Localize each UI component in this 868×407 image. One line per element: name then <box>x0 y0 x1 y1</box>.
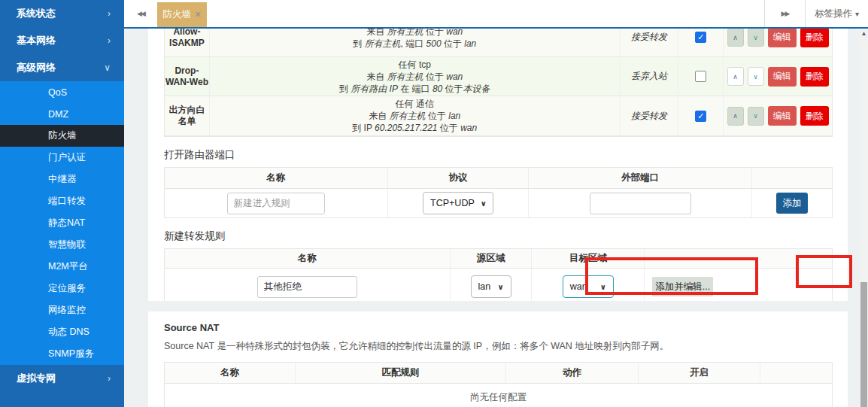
rule-row-outbound-whitelist: 出方向白名单 任何 通信 来自 所有主机 位于 lan 到 IP 60.205.… <box>165 96 832 136</box>
sidebar-item-location-service[interactable]: 定位服务 <box>0 278 124 299</box>
move-down-button[interactable]: ∨ <box>748 107 764 126</box>
source-nat-description: Source NAT 是一种特殊形式的封包伪装，它允许精细的控制传出流量的源 I… <box>164 340 832 353</box>
delete-button[interactable]: 删除 <box>800 67 829 87</box>
rule-enabled-checkbox[interactable]: ✓ <box>695 111 706 122</box>
select-caret-icon: ∨ <box>497 283 503 291</box>
select-caret-icon: ∨ <box>600 283 606 291</box>
rule-enable-cell: ✓ <box>678 96 724 135</box>
chevron-right-icon: › <box>108 373 111 384</box>
select-caret-icon: ∨ <box>481 199 487 208</box>
new-rule-name-input[interactable] <box>227 193 325 214</box>
column-header-extra <box>760 363 832 383</box>
sidebar-item-smart-iot[interactable]: 智慧物联 <box>0 234 124 256</box>
sidebar-item-label: 端口转发 <box>48 195 86 208</box>
add-edit-cell: 添加并编辑... <box>645 269 832 301</box>
move-up-button[interactable]: ∧ <box>727 67 744 86</box>
empty-state-text: 尚无任何配置 <box>165 384 832 407</box>
add-and-edit-button[interactable]: 添加并编辑... <box>652 277 713 296</box>
sidebar-item-dynamic-dns[interactable]: 动态 DNS <box>0 321 124 343</box>
sidebar-item-label: 动态 DNS <box>48 326 90 339</box>
sidebar-item-label: 系统状态 <box>17 7 56 20</box>
rule-enable-cell: ✓ <box>678 29 724 56</box>
protocol-select[interactable]: TCP+UDP ∨ <box>423 192 493 214</box>
tab-actions-label: 标签操作 <box>815 8 852 20</box>
sidebar-item-qos[interactable]: QoS <box>0 81 124 103</box>
move-down-button[interactable]: ∨ <box>748 29 764 47</box>
move-up-button[interactable]: ∧ <box>727 29 744 47</box>
sidebar-item-snmp-service[interactable]: SNMP服务 <box>0 343 124 365</box>
source-nat-header-row: 名称 匹配规则 动作 开启 <box>165 363 832 384</box>
scrollbar-up-arrow-icon[interactable]: ▲ <box>860 30 868 37</box>
sidebar-item-basic-network[interactable]: 基本网络 › <box>0 27 124 54</box>
column-header-enabled: 开启 <box>639 363 760 383</box>
edit-button[interactable]: 编辑 <box>768 106 797 126</box>
open-port-table: 名称 协议 外部端口 TCP+UDP ∨ <box>164 167 833 218</box>
forward-rule-name-input[interactable] <box>257 276 357 298</box>
traffic-rules-table: Allow-ISAKMP 来自 所有主机 位于 wan 到 所有主机, 端口 5… <box>164 29 833 137</box>
chevron-right-icon: › <box>108 8 111 19</box>
source-zone-cell: lan ∨ <box>451 269 533 301</box>
sidebar-item-label: 基本网络 <box>17 34 56 47</box>
rule-enabled-checkbox[interactable]: ✓ <box>695 32 706 43</box>
column-header-name: 名称 <box>165 363 296 383</box>
delete-button[interactable]: 删除 <box>800 29 829 47</box>
name-cell <box>165 189 388 217</box>
sidebar-item-label: DMZ <box>48 109 68 120</box>
sidebar-item-vpn[interactable]: 虚拟专网 › <box>0 365 124 392</box>
move-down-button[interactable]: ∨ <box>748 67 764 86</box>
sidebar-item-label: 静态NAT <box>48 217 85 229</box>
vertical-scrollbar[interactable]: ▲ <box>860 29 868 407</box>
sidebar-item-label: 中继器 <box>48 173 77 186</box>
source-nat-table: 名称 匹配规则 动作 开启 尚无任何配置 <box>164 362 833 407</box>
scrollbar-thumb[interactable] <box>860 282 867 407</box>
sidebar-item-dmz[interactable]: DMZ <box>0 103 124 125</box>
tab-close-icon[interactable]: ✕ <box>195 10 202 20</box>
sidebar-item-portal-auth[interactable]: 门户认证 <box>0 147 124 169</box>
rule-match-line: 任何 tcp <box>399 59 431 71</box>
rule-enable-cell <box>678 57 724 96</box>
sidebar-item-label: QoS <box>48 87 67 98</box>
sidebar-item-advanced-network[interactable]: 高级网络 ∨ <box>0 54 124 81</box>
sidebar-item-m2m-platform[interactable]: M2M平台 <box>0 256 124 278</box>
forward-header-row: 名称 源区域 目标区域 <box>165 249 832 269</box>
protocol-cell: TCP+UDP ∨ <box>388 189 530 217</box>
external-port-input[interactable] <box>590 193 691 214</box>
move-up-button[interactable]: ∧ <box>727 107 744 126</box>
forward-rule-table: 名称 源区域 目标区域 lan ∨ <box>164 248 833 301</box>
add-button[interactable]: 添加 <box>776 193 808 214</box>
dest-zone-select[interactable]: wan ∨ <box>563 275 614 298</box>
column-header-dest-zone: 目标区域 <box>532 249 645 268</box>
source-zone-select[interactable]: lan ∨ <box>471 275 511 298</box>
sidebar-item-static-nat[interactable]: 静态NAT <box>0 212 124 234</box>
rule-enabled-checkbox[interactable] <box>695 71 706 82</box>
sidebar-item-firewall[interactable]: 防火墙 <box>0 125 124 147</box>
rule-action: 接受转发 <box>621 29 679 56</box>
sidebar-item-label: 高级网络 <box>17 61 56 74</box>
rule-match-line: 来自 所有主机 位于 wan <box>366 71 463 83</box>
source-nat-title: Source NAT <box>164 322 832 333</box>
sidebar-item-network-monitor[interactable]: 网络监控 <box>0 299 124 321</box>
scroll-tabs-left-icon[interactable]: ◀◀ <box>132 10 150 17</box>
sidebar: 系统状态 › 基本网络 › 高级网络 ∨ QoS DMZ 防火墙 门户认证 中继… <box>0 0 124 407</box>
rule-match-line: 到 IP 60.205.217.221 位于 wan <box>352 122 477 134</box>
sidebar-item-repeater[interactable]: 中继器 <box>0 169 124 190</box>
tab-bar: ◀◀ 防火墙 ✕ ▶▶ 标签操作 ▾ <box>124 0 868 29</box>
delete-button[interactable]: 删除 <box>800 106 829 126</box>
rule-buttons-cell: ∧ ∨ 编辑 删除 <box>724 96 832 135</box>
rule-match: 任何 通信 来自 所有主机 位于 lan 到 IP 60.205.217.221… <box>210 96 621 135</box>
sidebar-item-system-status[interactable]: 系统状态 › <box>0 0 124 27</box>
sidebar-item-label: SNMP服务 <box>48 348 94 360</box>
edit-button[interactable]: 编辑 <box>768 67 797 87</box>
rule-buttons-cell: ∧ ∨ 编辑 删除 <box>724 29 832 56</box>
chevron-right-icon: › <box>108 35 111 46</box>
tab-actions-dropdown[interactable]: 标签操作 ▾ <box>805 0 868 27</box>
tab-label: 防火墙 <box>162 8 191 21</box>
open-port-input-row: TCP+UDP ∨ 添加 <box>165 189 832 217</box>
sidebar-item-port-forward[interactable]: 端口转发 <box>0 190 124 212</box>
page-content: Allow-ISAKMP 来自 所有主机 位于 wan 到 所有主机, 端口 5… <box>124 29 868 407</box>
scroll-tabs-right-icon[interactable]: ▶▶ <box>764 0 805 27</box>
sidebar-item-label: 智慧物联 <box>48 238 86 251</box>
rule-match: 来自 所有主机 位于 wan 到 所有主机, 端口 500 位于 lan <box>210 29 621 56</box>
tab-firewall[interactable]: 防火墙 ✕ <box>157 2 207 27</box>
edit-button[interactable]: 编辑 <box>768 29 797 47</box>
